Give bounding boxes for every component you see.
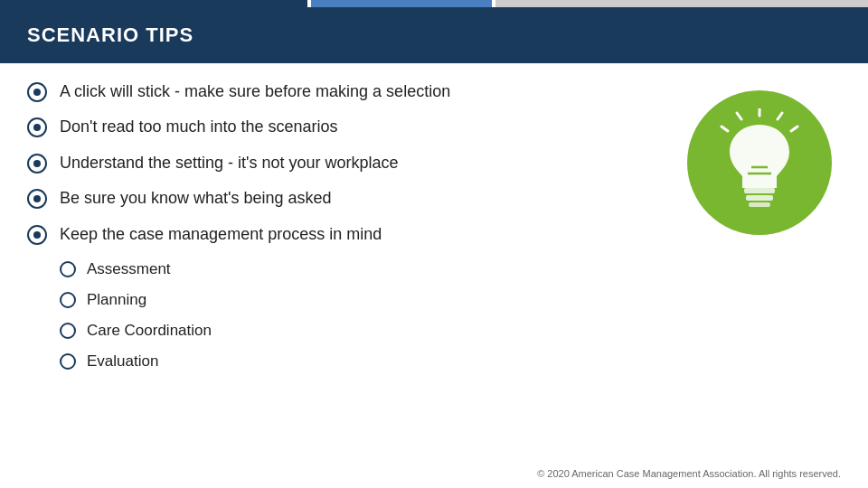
sub-bullet-text-4: Evaluation [87,352,158,371]
top-bar [0,0,868,7]
list-item: Be sure you know what's being asked [27,188,678,209]
bullet-text-4: Be sure you know what's being asked [60,188,332,209]
svg-rect-5 [744,188,775,193]
bullet-icon [27,225,47,245]
bullet-text-2: Don't read too much into the scenarios [60,117,338,137]
bullet-icon [27,189,47,209]
bullet-text-5: Keep the case management process in mind [60,224,382,245]
svg-line-1 [737,113,741,119]
list-item: Planning [60,290,678,310]
list-item: Evaluation [60,352,678,371]
sub-bullet-text-2: Planning [87,290,146,310]
bullet-icon [27,82,47,102]
lightbulb-illustration [678,81,841,382]
lightbulb-circle [687,90,832,235]
sub-bullet-list: Assessment Planning Care Coordination Ev… [60,259,678,371]
sub-bullet-icon [60,353,76,370]
svg-line-2 [722,127,728,131]
main-content: A click will stick - make sure before ma… [0,63,868,391]
sub-bullet-text-3: Care Coordination [87,321,212,341]
svg-line-3 [778,113,782,119]
bullet-list: A click will stick - make sure before ma… [27,81,678,245]
page-title: SCENARIO TIPS [27,23,193,46]
list-item: Care Coordination [60,321,678,341]
top-bar-segment-1 [0,0,307,7]
copyright-text: © 2020 American Case Management Associat… [537,468,841,479]
svg-rect-6 [746,195,773,201]
list-item: Keep the case management process in mind [27,224,678,245]
bullet-icon [27,117,47,137]
sub-bullet-icon [60,323,76,339]
sub-bullet-icon [60,261,76,277]
bullet-text-3: Understand the setting - it's not your w… [60,153,399,174]
list-item: Understand the setting - it's not your w… [27,153,678,174]
svg-line-4 [791,127,797,131]
list-item: Don't read too much into the scenarios [27,117,678,137]
header-banner: SCENARIO TIPS [0,7,868,63]
lightbulb-icon [710,108,809,217]
bullet-text-1: A click will stick - make sure before ma… [60,81,450,102]
top-bar-segment-3 [495,0,868,7]
list-item: A click will stick - make sure before ma… [27,81,678,102]
top-bar-segment-2 [311,0,492,7]
bullet-icon [27,154,47,174]
sub-bullet-icon [60,292,76,308]
content-left: A click will stick - make sure before ma… [27,81,678,382]
sub-bullet-text-1: Assessment [87,259,171,279]
list-item: Assessment [60,259,678,279]
svg-rect-7 [749,202,770,207]
footer: © 2020 American Case Management Associat… [537,468,841,479]
